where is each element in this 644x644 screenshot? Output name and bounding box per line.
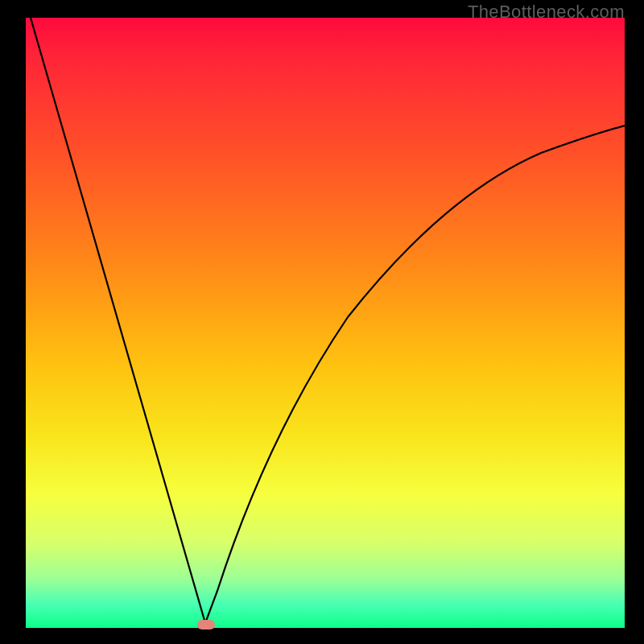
curve-left-branch: [31, 18, 205, 623]
plot-area: [26, 18, 625, 628]
bottleneck-curve: [26, 18, 625, 628]
curve-right-branch: [205, 126, 625, 623]
watermark-label: TheBottleneck.com: [468, 2, 625, 23]
chart-frame: TheBottleneck.com: [0, 0, 644, 644]
optimal-marker: [197, 620, 215, 630]
